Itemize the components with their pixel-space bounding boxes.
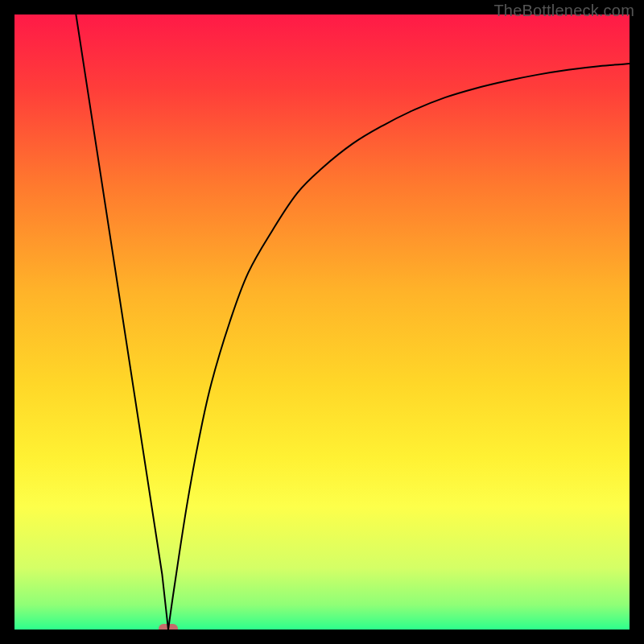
chart-background: [14, 14, 630, 630]
bottleneck-chart: [14, 14, 630, 630]
watermark-text: TheBottleneck.com: [493, 2, 634, 20]
chart-frame: [14, 14, 630, 630]
